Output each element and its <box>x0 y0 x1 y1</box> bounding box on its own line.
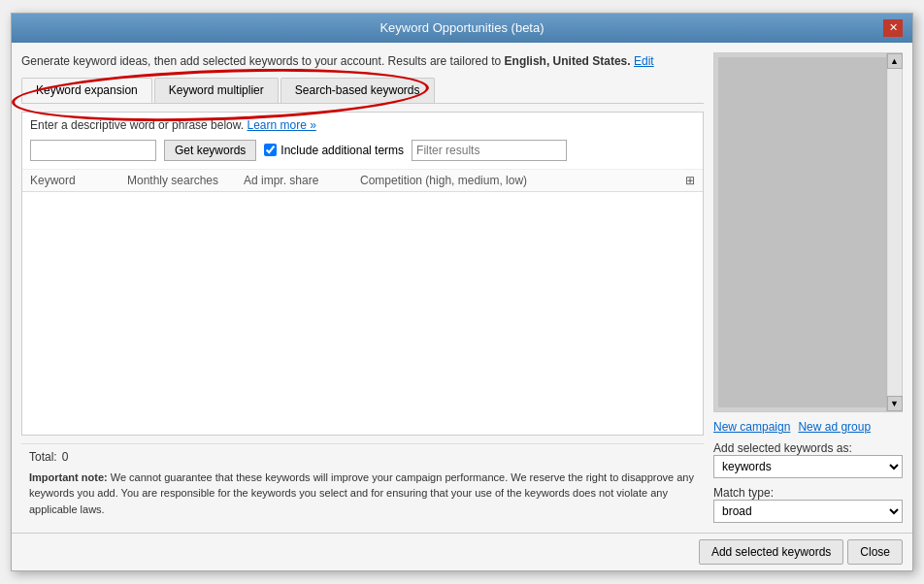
title-bar: Keyword Opportunities (beta) ✕ <box>12 14 912 43</box>
new-ad-group-link[interactable]: New ad group <box>798 420 871 434</box>
important-note: Important note: We cannot guarantee that… <box>29 470 696 518</box>
table-header: Keyword Monthly searches Ad impr. share … <box>22 170 703 192</box>
actions-links: New campaign New ad group <box>713 420 903 434</box>
add-keywords-label: Add selected keywords as: <box>713 441 903 455</box>
col-header-keyword: Keyword <box>30 174 127 187</box>
tab-keyword-multiplier[interactable]: Keyword multiplier <box>154 78 279 103</box>
col-header-competition: Competition (high, medium, low) <box>360 174 676 187</box>
dialog-body: Generate keyword ideas, then add selecte… <box>12 43 912 534</box>
search-bar: Get keywords Include additional terms <box>22 132 703 170</box>
keyword-opportunities-dialog: Keyword Opportunities (beta) ✕ Generate … <box>11 13 913 572</box>
filter-results-input[interactable] <box>412 140 567 161</box>
content-area: Enter a descriptive word or phrase below… <box>21 112 704 436</box>
col-header-ad-impr: Ad impr. share <box>244 174 360 187</box>
preview-inner <box>718 57 898 408</box>
tabs-bar: Keyword expansion Keyword multiplier Sea… <box>21 78 704 104</box>
learn-more-link[interactable]: Learn more » <box>247 118 315 132</box>
total-label: Total: <box>29 450 57 464</box>
match-type-section: Match type: broad exact phrase <box>713 486 903 523</box>
footer-bar: Total: 0 Important note: We cannot guara… <box>21 443 704 524</box>
include-additional-checkbox[interactable] <box>264 144 277 156</box>
note-strong: Important note: <box>29 471 108 483</box>
tabs-container: Keyword expansion Keyword multiplier Sea… <box>21 78 704 104</box>
match-type-label: Match type: <box>713 486 903 500</box>
add-selected-keywords-button[interactable]: Add selected keywords <box>699 539 843 565</box>
tab-keyword-expansion[interactable]: Keyword expansion <box>21 78 152 103</box>
dialog-close-button[interactable]: ✕ <box>883 19 903 37</box>
scrollbar-down-button[interactable]: ▼ <box>887 396 903 411</box>
tab-search-based-keywords[interactable]: Search-based keywords <box>280 78 435 103</box>
get-keywords-button[interactable]: Get keywords <box>164 140 256 161</box>
search-instruction: Enter a descriptive word or phrase below… <box>22 113 703 132</box>
keyword-search-input[interactable] <box>30 140 156 161</box>
right-panel: ▲ ▼ New campaign New ad group Add select… <box>713 52 903 524</box>
col-header-monthly: Monthly searches <box>127 174 244 187</box>
new-campaign-link[interactable]: New campaign <box>713 420 790 434</box>
preview-scrollbar: ▲ ▼ <box>886 53 902 412</box>
total-line: Total: 0 <box>29 450 696 464</box>
edit-link[interactable]: Edit <box>634 54 654 68</box>
preview-box: ▲ ▼ <box>713 52 903 413</box>
main-panel: Generate keyword ideas, then add selecte… <box>21 52 704 524</box>
add-as-dropdown[interactable]: keywords <box>713 455 903 478</box>
add-keywords-section: Add selected keywords as: keywords <box>713 441 903 478</box>
include-additional-label: Include additional terms <box>280 144 404 157</box>
match-type-dropdown[interactable]: broad exact phrase <box>713 500 903 523</box>
info-bar: Generate keyword ideas, then add selecte… <box>21 52 704 70</box>
scrollbar-track <box>888 69 902 397</box>
scrollbar-up-button[interactable]: ▲ <box>887 53 903 69</box>
dialog-title: Keyword Opportunities (beta) <box>41 20 883 35</box>
expand-icon[interactable]: ⊞ <box>676 174 695 187</box>
table-body <box>22 192 703 435</box>
total-value: 0 <box>62 450 69 464</box>
locale-text: English, United States. <box>505 54 631 68</box>
info-text: Generate keyword ideas, then add selecte… <box>21 54 505 68</box>
close-button[interactable]: Close <box>847 539 903 565</box>
include-additional-checkbox-label: Include additional terms <box>264 144 404 157</box>
note-body: We cannot guarantee that these keywords … <box>29 471 694 515</box>
bottom-buttons: Add selected keywords Close <box>12 533 912 570</box>
